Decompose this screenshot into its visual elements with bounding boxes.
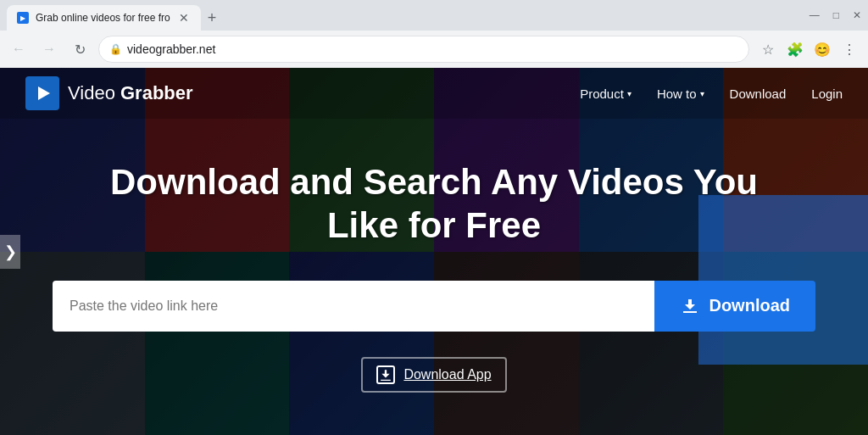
- browser-chrome: ▶ Grab online videos for free fro ✕ + — …: [0, 0, 868, 68]
- active-tab[interactable]: ▶ Grab online videos for free fro ✕: [7, 5, 201, 31]
- nav-login[interactable]: Login: [811, 86, 843, 101]
- nav-download-label: Download: [730, 86, 787, 101]
- address-bar-row: ← → ↻ 🔒 videograbber.net ☆ 🧩 😊 ⋮: [0, 31, 868, 68]
- nav-howto[interactable]: How to ▾: [657, 86, 704, 101]
- extensions-button[interactable]: 🧩: [783, 37, 807, 61]
- logo-area: Video Grabber: [25, 76, 580, 110]
- hero-title: Download and Search Any Videos You Like …: [95, 161, 773, 247]
- url-text: videograbber.net: [127, 42, 738, 56]
- scroll-left-arrow[interactable]: ❯: [0, 235, 20, 269]
- window-controls: — □ ✕: [810, 9, 861, 21]
- download-app-icon: [376, 365, 395, 384]
- product-chevron: ▾: [627, 89, 632, 98]
- play-icon: [38, 86, 50, 100]
- nav-product-label: Product: [580, 86, 624, 101]
- tab-close-btn[interactable]: ✕: [177, 11, 191, 25]
- nav-howto-label: How to: [657, 86, 697, 101]
- minimize-button[interactable]: —: [810, 9, 820, 21]
- nav-login-label: Login: [811, 86, 843, 101]
- search-bar: Download: [53, 281, 815, 332]
- lock-icon: 🔒: [109, 43, 122, 55]
- logo-text: Video Grabber: [68, 82, 193, 104]
- profile-button[interactable]: 😊: [810, 37, 834, 61]
- download-app-link[interactable]: Download App: [361, 357, 506, 393]
- video-url-input[interactable]: [53, 281, 654, 332]
- website-content: Video Grabber Product ▾ How to ▾ Downloa…: [0, 68, 868, 435]
- back-button[interactable]: ←: [7, 37, 31, 61]
- nav-download[interactable]: Download: [730, 86, 787, 101]
- tab-title: Grab online videos for free fro: [36, 12, 170, 24]
- nav-product[interactable]: Product ▾: [580, 86, 632, 101]
- hero-section: Download and Search Any Videos You Like …: [0, 119, 868, 435]
- download-button[interactable]: Download: [654, 281, 815, 332]
- download-icon: [680, 296, 700, 316]
- close-button[interactable]: ✕: [853, 9, 861, 21]
- toolbar-icons: ☆ 🧩 😊 ⋮: [756, 37, 861, 61]
- nav-links: Product ▾ How to ▾ Download Login: [580, 86, 843, 101]
- download-app-label: Download App: [403, 367, 491, 382]
- address-bar[interactable]: 🔒 videograbber.net: [98, 36, 749, 63]
- menu-button[interactable]: ⋮: [837, 37, 861, 61]
- logo-bold: Grabber: [120, 82, 193, 103]
- navbar: Video Grabber Product ▾ How to ▾ Downloa…: [0, 68, 868, 119]
- howto-chevron: ▾: [700, 89, 704, 98]
- forward-button[interactable]: →: [37, 37, 61, 61]
- maximize-button[interactable]: □: [833, 9, 839, 21]
- logo-light: Video: [68, 82, 120, 103]
- download-btn-label: Download: [709, 296, 790, 315]
- new-tab-button[interactable]: +: [201, 5, 224, 31]
- tab-favicon: ▶: [17, 12, 29, 24]
- tab-area: ▶ Grab online videos for free fro ✕ +: [7, 0, 223, 31]
- title-bar: ▶ Grab online videos for free fro ✕ + — …: [0, 0, 868, 31]
- bookmark-button[interactable]: ☆: [756, 37, 780, 61]
- logo-icon: [25, 76, 59, 110]
- reload-button[interactable]: ↻: [68, 37, 92, 61]
